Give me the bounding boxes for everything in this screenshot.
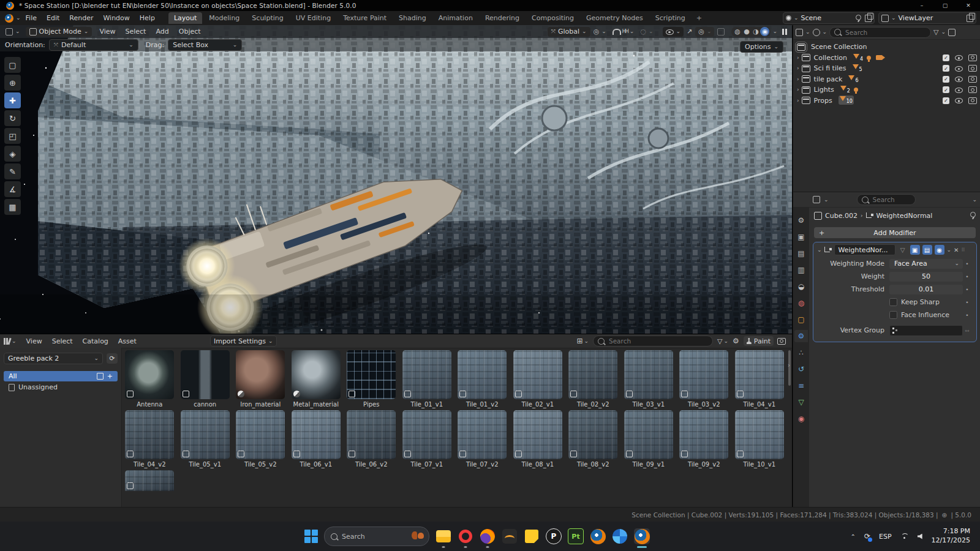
orientation-setting-dropdown[interactable]: ⤧ Default ⌄ bbox=[49, 39, 138, 51]
properties-tab-modifiers[interactable]: ⚙ bbox=[794, 330, 808, 342]
properties-tab-world[interactable]: ◍ bbox=[794, 297, 808, 309]
save-catalog-icon[interactable] bbox=[97, 373, 104, 380]
pureref-icon[interactable]: P bbox=[546, 528, 562, 544]
overlays-toggle[interactable]: ◎ ⌄ bbox=[695, 27, 714, 37]
modifier-cage-toggle[interactable]: ▽ bbox=[898, 245, 908, 255]
filter-icon[interactable]: ▽ bbox=[933, 28, 938, 36]
tool-annotate[interactable]: ✎ bbox=[4, 163, 21, 179]
file-explorer-icon[interactable] bbox=[435, 528, 451, 544]
properties-tab-object-data[interactable]: ▽ bbox=[794, 396, 808, 408]
collapse-chevron-icon[interactable]: ⌄ bbox=[817, 247, 822, 253]
workspace-tab-layout[interactable]: Layout bbox=[168, 12, 202, 24]
workspace-tab-uv-editing[interactable]: UV Editing bbox=[290, 12, 336, 24]
disable-render-icon[interactable] bbox=[968, 54, 977, 61]
expand-icon[interactable]: › bbox=[797, 66, 799, 71]
volume-icon[interactable] bbox=[918, 534, 923, 539]
update-sync-icon[interactable]: ⟳ bbox=[864, 532, 870, 541]
properties-tab-tool[interactable]: ⚙ bbox=[794, 214, 808, 227]
properties-tab-render[interactable]: ▣ bbox=[794, 231, 808, 243]
catalog-all[interactable]: All + bbox=[4, 371, 118, 381]
workspace-tab-modeling[interactable]: Modeling bbox=[203, 12, 245, 24]
taskbar-clock[interactable]: 7:18 PM 12/17/2025 bbox=[932, 527, 970, 545]
asset-card-iron_material[interactable]: Iron_material bbox=[233, 350, 288, 408]
asset-card-metal_material[interactable]: Metal_material bbox=[288, 350, 344, 408]
weight-field[interactable]: 50 bbox=[889, 272, 963, 282]
viewport-menu-select[interactable]: Select bbox=[121, 26, 151, 37]
asset-card-tile_04_v2[interactable]: Tile_04_v2 bbox=[122, 410, 178, 468]
snap-toggle[interactable]: HH ⌄ bbox=[609, 27, 638, 37]
shading-solid[interactable]: ● bbox=[742, 27, 751, 36]
asset-card-tile_05_v1[interactable]: Tile_05_v1 bbox=[178, 410, 233, 468]
asset-card-tile_09_v1[interactable]: Tile_09_v1 bbox=[621, 410, 677, 468]
properties-tab-constraints[interactable]: ≡ bbox=[794, 380, 808, 392]
add-workspace-button[interactable]: + bbox=[691, 12, 707, 24]
asset-menu-catalog[interactable]: Catalog bbox=[78, 335, 113, 347]
gear-icon[interactable]: ⚙ bbox=[733, 337, 739, 345]
expand-icon[interactable]: › bbox=[797, 98, 799, 103]
mode-selector[interactable]: Object Mode ⌄ bbox=[26, 27, 92, 37]
import-settings-dropdown[interactable]: Import Settings ⌄ bbox=[210, 335, 277, 347]
properties-tab-output[interactable]: ▤ bbox=[794, 247, 808, 260]
modifier-name-field[interactable]: WeightedNor... bbox=[834, 244, 895, 255]
asset-card-tile_05_v2[interactable]: Tile_05_v2 bbox=[233, 410, 288, 468]
menu-render[interactable]: Render bbox=[64, 12, 98, 24]
copy-icon[interactable] bbox=[865, 15, 872, 22]
tool-add-cube[interactable]: ▦ bbox=[4, 199, 21, 215]
asset-card-tile_03_v1[interactable]: Tile_03_v1 bbox=[621, 350, 677, 408]
workspace-tab-compositing[interactable]: Compositing bbox=[526, 12, 579, 24]
blender-menu-icon[interactable] bbox=[5, 14, 13, 23]
drag-setting-dropdown[interactable]: Select Box ⌄ bbox=[168, 39, 242, 51]
asset-card-tile_01_v2[interactable]: Tile_01_v2 bbox=[454, 350, 510, 408]
menu-edit[interactable]: Edit bbox=[42, 12, 64, 24]
expand-icon[interactable]: › bbox=[797, 87, 799, 92]
vertex-group-field[interactable] bbox=[889, 325, 963, 336]
asset-card-tile_10_v1[interactable]: Tile_10_v1 bbox=[732, 410, 788, 468]
properties-search-input[interactable] bbox=[872, 195, 911, 204]
catalog-unassigned[interactable]: Unassigned bbox=[4, 382, 118, 392]
workspace-tab-texture-paint[interactable]: Texture Paint bbox=[337, 12, 392, 24]
exclude-checkbox[interactable]: ✓ bbox=[943, 97, 949, 104]
pin-icon[interactable] bbox=[855, 15, 861, 22]
pin-icon[interactable] bbox=[970, 212, 976, 219]
outliner-search[interactable] bbox=[829, 27, 931, 38]
asset-card-tile_01_v1[interactable]: Tile_01_v1 bbox=[399, 350, 455, 408]
asset-card-tile_03_v2[interactable]: Tile_03_v2 bbox=[676, 350, 732, 408]
hide-eye-icon[interactable] bbox=[955, 76, 963, 82]
properties-tab-object[interactable]: ▢ bbox=[794, 313, 808, 326]
tool-move[interactable]: ✚ bbox=[4, 92, 21, 108]
threshold-field[interactable]: 0.01 bbox=[889, 285, 963, 294]
properties-search[interactable] bbox=[857, 194, 916, 205]
animate-dot[interactable]: • bbox=[963, 312, 971, 318]
disable-render-icon[interactable] bbox=[968, 76, 977, 83]
outliner-row-tile-pack[interactable]: ›tile pack6✓ bbox=[793, 74, 980, 85]
asset-menu-view[interactable]: View bbox=[21, 335, 47, 347]
asset-card-tile_08_v2[interactable]: Tile_08_v2 bbox=[565, 410, 621, 468]
tool-rotate[interactable]: ↻ bbox=[4, 110, 21, 126]
snap-target-button[interactable]: HH bbox=[622, 29, 628, 34]
gizmos-toggle[interactable]: ↗ bbox=[684, 27, 695, 37]
workspace-tab-animation[interactable]: Animation bbox=[433, 12, 478, 24]
editor-type-button[interactable]: ⌄ bbox=[2, 27, 23, 37]
refresh-library-button[interactable]: ⟳ bbox=[107, 353, 118, 364]
shading-wireframe[interactable]: ◍ bbox=[733, 27, 742, 36]
disable-render-icon[interactable] bbox=[968, 97, 977, 104]
asset-card-tile_02_v2[interactable]: Tile_02_v2 bbox=[565, 350, 621, 408]
show-object-types-dropdown[interactable]: ⌄ bbox=[663, 27, 684, 37]
outliner-display-mode-icon[interactable] bbox=[796, 29, 803, 36]
tool-transform[interactable]: ◈ bbox=[4, 146, 21, 162]
pivot-point-selector[interactable]: ◎ ⌄ bbox=[590, 27, 609, 37]
asset-card-tile_07_v1[interactable]: Tile_07_v1 bbox=[399, 410, 455, 468]
opera-icon[interactable] bbox=[458, 528, 473, 544]
blender-active-icon[interactable] bbox=[634, 528, 650, 544]
start-button[interactable] bbox=[304, 530, 318, 543]
hide-eye-icon[interactable] bbox=[955, 97, 963, 103]
taskbar-search[interactable]: Search bbox=[324, 527, 429, 546]
properties-tab-physics[interactable]: ↺ bbox=[794, 363, 808, 375]
outliner-row-props[interactable]: ›Props10✓ bbox=[793, 96, 980, 107]
invert-vertex-group-icon[interactable]: ↔ bbox=[963, 328, 971, 334]
options-dropdown[interactable]: Options ⌄ bbox=[740, 41, 783, 53]
workspace-tab-scripting[interactable]: Scripting bbox=[650, 12, 691, 24]
viewport-3d[interactable]: ⌄ Object Mode ⌄ ViewSelectAddObject ⤧ Gl… bbox=[0, 25, 792, 334]
transform-orientation-selector[interactable]: ⤧ Global ⌄ bbox=[548, 27, 590, 37]
tray-chevron-up-icon[interactable]: ⌃ bbox=[851, 533, 856, 540]
